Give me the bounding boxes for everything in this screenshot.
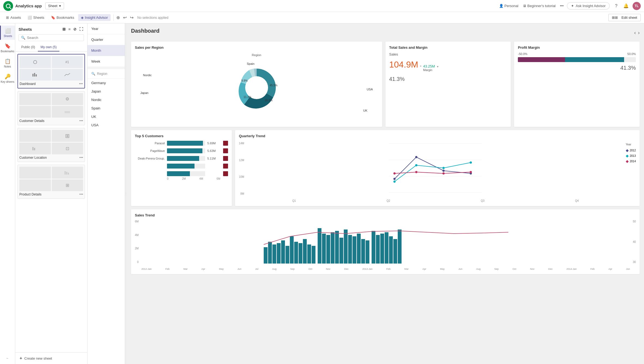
sales-trend-wrapper: 6M 4M 2M 0 (135, 220, 636, 270)
personal-btn[interactable]: 👤 Personal (499, 4, 518, 8)
sort-btn[interactable]: ⊘ (72, 26, 77, 32)
filter-region-uk[interactable]: UK (87, 112, 125, 121)
filter-month[interactable]: Month (87, 45, 125, 56)
sidebar-item-bookmarks[interactable]: 🔖 Bookmarks (0, 41, 15, 55)
y-12m: 12M (239, 159, 244, 162)
expand-btn[interactable]: ⛶ (78, 26, 84, 32)
create-new-sheet-button[interactable]: + Create new sheet (15, 352, 87, 364)
sheets-sidebar-label: Sheets (4, 35, 12, 38)
sheet-name-4: Product Details (19, 192, 41, 196)
insight-advisor-button[interactable]: ◈ Insight Advisor (78, 14, 111, 21)
x-2014-apr: Apr (608, 268, 612, 270)
next-sheet-icon[interactable]: › (638, 30, 640, 36)
x-2013-oct: Oct (512, 268, 516, 270)
quarterly-chart-area: Q1 Q2 Q3 Q4 (247, 141, 624, 202)
filter-week[interactable]: Week (87, 56, 125, 67)
ask-insight-button[interactable]: ✦ Ask Insight Advisor (567, 2, 610, 10)
sheet-more-icon-4[interactable]: ••• (79, 192, 83, 196)
sidebar-item-sheets[interactable]: ⬜ Sheets (0, 26, 15, 40)
x-2013-jan: 2013-Jan (362, 268, 373, 270)
svg-rect-49 (326, 235, 330, 264)
key-drivers-sidebar-label: Key drivers (1, 80, 14, 83)
total-sales-card: Total Sales and Margin Sales 104.9M - 43… (385, 42, 511, 127)
nav-dots-icon[interactable]: ••• (560, 4, 564, 8)
sheets-button[interactable]: ⬜ Sheets (25, 14, 47, 21)
bar-side-pagewave (223, 148, 228, 153)
bar-side-4 (223, 164, 228, 169)
smart-search-icon[interactable]: ⊕ (116, 15, 120, 20)
svg-text:11.3%: 11.3% (244, 96, 251, 99)
svg-rect-43 (299, 243, 302, 264)
year-legend-title: Year (626, 143, 636, 146)
sheet-search-input[interactable] (27, 36, 81, 40)
donut-chart-container: Region (135, 52, 378, 123)
svg-point-3 (34, 60, 37, 64)
y-8m: 8M (239, 192, 244, 195)
sheet-search-box[interactable]: 🔍 (19, 34, 84, 41)
x-2013-nov: Nov (530, 268, 534, 270)
app-logo[interactable]: Analytics app (3, 1, 42, 11)
quarterly-trend-title: Quarterly Trend (239, 134, 636, 138)
svg-rect-51 (335, 231, 339, 264)
sheet-more-icon-2[interactable]: ••• (79, 119, 83, 123)
assets-button[interactable]: ⊞ Assets (3, 14, 24, 21)
thumb-cell-p2 (52, 167, 83, 179)
filter-region-nordic[interactable]: Nordic (87, 96, 125, 104)
filter-region-spain[interactable]: Spain (87, 104, 125, 112)
svg-rect-13 (68, 173, 69, 175)
help-icon[interactable]: ? (613, 3, 619, 9)
sheet-more-icon-3[interactable]: ••• (79, 155, 83, 160)
svg-rect-37 (272, 244, 276, 264)
profit-bar-left (518, 57, 565, 62)
redo-icon[interactable]: ↪ (130, 15, 133, 20)
list-view-btn[interactable]: ≡ (68, 26, 71, 32)
bookmarks-button[interactable]: 🔖 Bookmarks (48, 14, 77, 21)
filter-region-japan[interactable]: Japan (87, 87, 125, 96)
tab-my-own[interactable]: My own (5) (38, 43, 59, 51)
tutorial-btn[interactable]: 🖥 Beginner's tutorial (523, 4, 556, 8)
notification-icon[interactable]: 🔔 (623, 3, 629, 9)
sidebar-item-notes[interactable]: 📋 Notes (0, 56, 15, 70)
grid-view-btn[interactable]: ⊞ (62, 26, 66, 32)
filter-quarter[interactable]: Quarter (87, 34, 125, 45)
undo-icon[interactable]: ↩ (123, 15, 127, 20)
ask-insight-label: Ask Insight Advisor (576, 4, 606, 8)
axis-2m: 2M (182, 177, 186, 180)
filter-region-usa[interactable]: USA (87, 121, 125, 129)
filter-year[interactable]: Year (87, 23, 125, 34)
st-y-6m: 6M (135, 220, 139, 223)
svg-rect-52 (339, 238, 343, 264)
sheet-more-icon[interactable]: ••• (79, 82, 83, 86)
filter-region-germany[interactable]: Germany (87, 79, 125, 87)
total-sales-title: Total Sales and Margin (389, 45, 507, 50)
svg-point-27 (394, 181, 396, 183)
x-2012-mar: Mar (183, 268, 188, 270)
sheet-thumb-product-details[interactable]: ⊞ Product Details ••• (17, 165, 85, 199)
quarterly-chart-wrapper: 14M 12M 10M 8M (239, 141, 636, 202)
x-2013-apr: Apr (423, 268, 426, 270)
tab-public[interactable]: Public (0) (19, 43, 38, 51)
avatar[interactable]: TL (633, 2, 641, 10)
x-q2: Q2 (387, 199, 390, 202)
sales-trend-x-axis: 2012-Jan Feb Mar Apr May Jun Jul Aug Sep… (141, 268, 630, 270)
search-icon: 🔍 (21, 36, 25, 40)
prev-sheet-icon[interactable]: ‹ (634, 30, 636, 36)
sheet-thumb-customer-details[interactable]: ⚙ Customer Details ••• (17, 91, 85, 125)
sheets-panel-header: Sheets ⊞ ≡ ⊘ ⛶ (15, 23, 87, 32)
sheet-type-dropdown[interactable]: Sheet ▾ (45, 2, 64, 9)
dash-separator: - (420, 63, 421, 69)
svg-rect-42 (294, 242, 298, 264)
profit-bar-container: -50.0% 50.0% 41.3% (518, 52, 636, 71)
axis-0: 0 (167, 177, 169, 180)
filter-region-search[interactable]: 🔍 Region (87, 69, 125, 79)
sheet-thumb-dashboard[interactable]: #1 Dashboard ••• (17, 54, 85, 88)
svg-rect-41 (290, 236, 294, 264)
personal-label: Personal (505, 4, 518, 8)
svg-point-34 (470, 171, 472, 173)
sidebar-collapse-button[interactable]: ← (6, 354, 9, 362)
bar-label-pagewave: PageWave (135, 149, 165, 152)
legend-2014-label: 2014 (630, 160, 636, 163)
edit-sheet-button[interactable]: ⊞⊞ Edit sheet (608, 14, 641, 21)
sidebar-item-key-drivers[interactable]: 🔑 Key drivers (0, 71, 15, 85)
sheet-thumb-customer-location[interactable]: ⊞ ⊡ Customer Location ••• (17, 128, 85, 162)
